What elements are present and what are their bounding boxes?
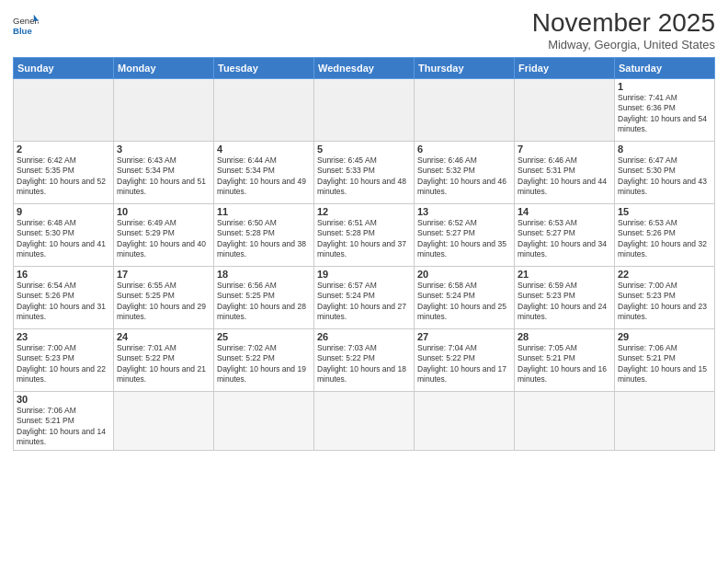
day-number: 28 (518, 331, 611, 342)
day-cell (515, 78, 615, 141)
day-sun-info: Sunrise: 6:49 AMSunset: 5:29 PMDaylight:… (117, 218, 210, 260)
day-cell (415, 391, 515, 450)
day-cell: 21Sunrise: 6:59 AMSunset: 5:23 PMDayligh… (515, 266, 615, 328)
header-monday: Monday (114, 57, 214, 78)
day-cell (615, 391, 715, 450)
day-cell: 7Sunrise: 6:46 AMSunset: 5:31 PMDaylight… (515, 141, 615, 203)
day-cell: 18Sunrise: 6:56 AMSunset: 5:25 PMDayligh… (214, 266, 314, 328)
day-cell: 6Sunrise: 6:46 AMSunset: 5:32 PMDaylight… (415, 141, 515, 203)
day-number: 20 (417, 269, 511, 280)
day-cell (214, 78, 314, 141)
day-number: 8 (618, 144, 711, 155)
day-sun-info: Sunrise: 6:59 AMSunset: 5:23 PMDaylight:… (518, 281, 611, 323)
day-sun-info: Sunrise: 6:52 AMSunset: 5:27 PMDaylight:… (417, 218, 511, 260)
header-sunday: Sunday (14, 57, 114, 78)
week-row-5: 23Sunrise: 7:00 AMSunset: 5:23 PMDayligh… (14, 328, 715, 391)
day-number: 1 (618, 81, 711, 92)
day-cell (415, 78, 515, 141)
location-subtitle: Midway, Georgia, United States (532, 38, 715, 52)
svg-text:Blue: Blue (13, 26, 32, 36)
day-cell: 26Sunrise: 7:03 AMSunset: 5:22 PMDayligh… (314, 328, 415, 391)
day-cell: 13Sunrise: 6:52 AMSunset: 5:27 PMDayligh… (415, 203, 515, 266)
day-cell (214, 391, 314, 450)
day-cell (114, 391, 214, 450)
day-cell (114, 78, 214, 141)
week-row-1: 1Sunrise: 7:41 AMSunset: 6:36 PMDaylight… (14, 78, 715, 141)
logo: General Blue (13, 13, 39, 39)
day-number: 18 (217, 269, 311, 280)
day-sun-info: Sunrise: 7:00 AMSunset: 5:23 PMDaylight:… (17, 343, 110, 385)
header-tuesday: Tuesday (214, 57, 314, 78)
day-sun-info: Sunrise: 7:06 AMSunset: 5:21 PMDaylight:… (17, 406, 110, 448)
day-number: 12 (317, 206, 411, 217)
title-block: November 2025 Midway, Georgia, United St… (532, 9, 715, 52)
day-sun-info: Sunrise: 7:06 AMSunset: 5:21 PMDaylight:… (618, 343, 711, 385)
day-cell: 27Sunrise: 7:04 AMSunset: 5:22 PMDayligh… (415, 328, 515, 391)
day-number: 24 (117, 331, 210, 342)
day-sun-info: Sunrise: 7:41 AMSunset: 6:36 PMDaylight:… (618, 93, 711, 135)
day-number: 26 (317, 331, 411, 342)
day-sun-info: Sunrise: 6:58 AMSunset: 5:24 PMDaylight:… (417, 281, 511, 323)
day-sun-info: Sunrise: 6:53 AMSunset: 5:27 PMDaylight:… (518, 218, 611, 260)
day-cell: 12Sunrise: 6:51 AMSunset: 5:28 PMDayligh… (314, 203, 415, 266)
day-number: 22 (618, 269, 711, 280)
day-cell: 17Sunrise: 6:55 AMSunset: 5:25 PMDayligh… (114, 266, 214, 328)
day-cell: 30Sunrise: 7:06 AMSunset: 5:21 PMDayligh… (14, 391, 114, 450)
day-cell (515, 391, 615, 450)
calendar-table: SundayMondayTuesdayWednesdayThursdayFrid… (13, 57, 715, 451)
day-number: 23 (17, 331, 110, 342)
day-cell: 1Sunrise: 7:41 AMSunset: 6:36 PMDaylight… (615, 78, 715, 141)
day-cell: 15Sunrise: 6:53 AMSunset: 5:26 PMDayligh… (615, 203, 715, 266)
day-cell: 2Sunrise: 6:42 AMSunset: 5:35 PMDaylight… (14, 141, 114, 203)
day-number: 4 (217, 144, 311, 155)
day-number: 16 (17, 269, 110, 280)
day-number: 9 (17, 206, 110, 217)
day-sun-info: Sunrise: 6:53 AMSunset: 5:26 PMDaylight:… (618, 218, 711, 260)
day-cell: 25Sunrise: 7:02 AMSunset: 5:22 PMDayligh… (214, 328, 314, 391)
day-number: 25 (217, 331, 311, 342)
day-sun-info: Sunrise: 6:44 AMSunset: 5:34 PMDaylight:… (217, 155, 311, 198)
day-sun-info: Sunrise: 7:02 AMSunset: 5:22 PMDaylight:… (217, 343, 311, 385)
day-cell: 28Sunrise: 7:05 AMSunset: 5:21 PMDayligh… (515, 328, 615, 391)
day-cell: 10Sunrise: 6:49 AMSunset: 5:29 PMDayligh… (114, 203, 214, 266)
day-cell (14, 78, 114, 141)
day-sun-info: Sunrise: 7:03 AMSunset: 5:22 PMDaylight:… (317, 343, 411, 385)
calendar-page: General Blue November 2025 Midway, Georg… (0, 0, 728, 563)
week-row-6: 30Sunrise: 7:06 AMSunset: 5:21 PMDayligh… (14, 391, 715, 450)
day-number: 14 (518, 206, 611, 217)
day-cell: 23Sunrise: 7:00 AMSunset: 5:23 PMDayligh… (14, 328, 114, 391)
day-sun-info: Sunrise: 6:45 AMSunset: 5:33 PMDaylight:… (317, 155, 411, 198)
day-cell: 19Sunrise: 6:57 AMSunset: 5:24 PMDayligh… (314, 266, 415, 328)
day-sun-info: Sunrise: 7:04 AMSunset: 5:22 PMDaylight:… (417, 343, 511, 385)
day-sun-info: Sunrise: 6:46 AMSunset: 5:32 PMDaylight:… (417, 155, 511, 198)
calendar-header-row: SundayMondayTuesdayWednesdayThursdayFrid… (14, 57, 715, 78)
day-sun-info: Sunrise: 7:00 AMSunset: 5:23 PMDaylight:… (618, 281, 711, 323)
day-sun-info: Sunrise: 6:54 AMSunset: 5:26 PMDaylight:… (17, 281, 110, 323)
header-saturday: Saturday (615, 57, 715, 78)
day-number: 3 (117, 144, 210, 155)
page-header: General Blue November 2025 Midway, Georg… (13, 9, 715, 52)
day-sun-info: Sunrise: 6:47 AMSunset: 5:30 PMDaylight:… (618, 155, 711, 198)
day-number: 30 (17, 394, 110, 405)
day-sun-info: Sunrise: 6:51 AMSunset: 5:28 PMDaylight:… (317, 218, 411, 260)
header-thursday: Thursday (415, 57, 515, 78)
day-sun-info: Sunrise: 6:42 AMSunset: 5:35 PMDaylight:… (17, 155, 110, 198)
generalblue-logo-icon: General Blue (13, 13, 39, 39)
day-number: 19 (317, 269, 411, 280)
day-number: 27 (417, 331, 511, 342)
day-cell: 29Sunrise: 7:06 AMSunset: 5:21 PMDayligh… (615, 328, 715, 391)
day-cell: 16Sunrise: 6:54 AMSunset: 5:26 PMDayligh… (14, 266, 114, 328)
day-sun-info: Sunrise: 6:55 AMSunset: 5:25 PMDaylight:… (117, 281, 210, 323)
day-number: 15 (618, 206, 711, 217)
day-cell: 8Sunrise: 6:47 AMSunset: 5:30 PMDaylight… (615, 141, 715, 203)
day-number: 6 (417, 144, 511, 155)
month-title: November 2025 (532, 9, 715, 38)
header-wednesday: Wednesday (314, 57, 415, 78)
day-number: 10 (117, 206, 210, 217)
day-sun-info: Sunrise: 6:43 AMSunset: 5:34 PMDaylight:… (117, 155, 210, 198)
day-cell (314, 78, 415, 141)
day-cell: 20Sunrise: 6:58 AMSunset: 5:24 PMDayligh… (415, 266, 515, 328)
day-sun-info: Sunrise: 6:57 AMSunset: 5:24 PMDaylight:… (317, 281, 411, 323)
day-cell: 4Sunrise: 6:44 AMSunset: 5:34 PMDaylight… (214, 141, 314, 203)
day-cell (314, 391, 415, 450)
